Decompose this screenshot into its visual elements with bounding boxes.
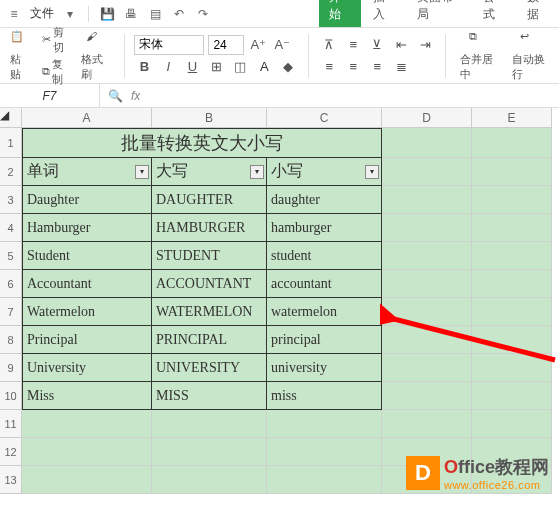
cell[interactable]	[382, 410, 472, 438]
cell[interactable]	[152, 438, 267, 466]
cell[interactable]: University	[22, 354, 152, 382]
cut-button[interactable]: ✂剪切	[40, 25, 71, 55]
cell[interactable]	[382, 298, 472, 326]
row-header[interactable]: 6	[0, 270, 22, 298]
cell[interactable]	[472, 354, 552, 382]
highlight-button[interactable]: ◆	[278, 57, 298, 77]
cell[interactable]: WATERMELON	[152, 298, 267, 326]
copy-button[interactable]: ⧉复制	[40, 57, 71, 87]
cell[interactable]	[472, 242, 552, 270]
cell[interactable]: Watermelon	[22, 298, 152, 326]
align-middle-button[interactable]: ≡	[343, 35, 363, 55]
tab-data[interactable]: 数据	[517, 0, 559, 27]
cell[interactable]	[152, 466, 267, 494]
decrease-font-button[interactable]: A⁻	[272, 35, 292, 55]
cell[interactable]	[472, 410, 552, 438]
row-header[interactable]: 11	[0, 410, 22, 438]
cell[interactable]	[382, 382, 472, 410]
row-header[interactable]: 5	[0, 242, 22, 270]
cell[interactable]	[267, 410, 382, 438]
underline-button[interactable]: U	[182, 57, 202, 77]
row-header[interactable]: 10	[0, 382, 22, 410]
cell[interactable]: PRINCIPAL	[152, 326, 267, 354]
cell[interactable]	[382, 242, 472, 270]
increase-font-button[interactable]: A⁺	[248, 35, 268, 55]
cell[interactable]: miss	[267, 382, 382, 410]
cell[interactable]	[382, 158, 472, 186]
cell[interactable]	[152, 410, 267, 438]
cell[interactable]	[22, 466, 152, 494]
col-header[interactable]: E	[472, 108, 552, 128]
col-header[interactable]: D	[382, 108, 472, 128]
align-bottom-button[interactable]: ⊻	[367, 35, 387, 55]
cell-title[interactable]: 批量转换英文大小写	[22, 128, 382, 158]
cell[interactable]: principal	[267, 326, 382, 354]
filter-dropdown-icon[interactable]: ▾	[250, 165, 264, 179]
paste-button[interactable]: 📋 粘贴	[6, 28, 34, 84]
name-box[interactable]: F7	[0, 84, 100, 107]
cell[interactable]	[472, 382, 552, 410]
cell[interactable]: Student	[22, 242, 152, 270]
row-header[interactable]: 8	[0, 326, 22, 354]
cell[interactable]: accountant	[267, 270, 382, 298]
cell[interactable]	[382, 214, 472, 242]
select-all-corner[interactable]: ◢	[0, 108, 22, 128]
align-right-button[interactable]: ≡	[367, 57, 387, 77]
font-name-select[interactable]	[134, 35, 204, 55]
tab-layout[interactable]: 页面布局	[407, 0, 471, 27]
cell[interactable]: HAMBURGER	[152, 214, 267, 242]
cell-header-b[interactable]: 大写▾	[152, 158, 267, 186]
merge-center-button[interactable]: ⧉ 合并居中	[456, 28, 501, 84]
row-header[interactable]: 4	[0, 214, 22, 242]
font-color-button[interactable]: A	[254, 57, 274, 77]
cell[interactable]	[22, 438, 152, 466]
formula-input[interactable]	[148, 88, 551, 103]
format-painter-button[interactable]: 🖌 格式刷	[77, 28, 113, 84]
cell-header-a[interactable]: 单词▾	[22, 158, 152, 186]
search-icon[interactable]: 🔍	[108, 89, 123, 103]
indent-right-button[interactable]: ⇥	[415, 35, 435, 55]
fill-color-button[interactable]: ◫	[230, 57, 250, 77]
fx-label[interactable]: fx	[131, 89, 140, 103]
filter-dropdown-icon[interactable]: ▾	[365, 165, 379, 179]
bold-button[interactable]: B	[134, 57, 154, 77]
cell[interactable]: ACCOUNTANT	[152, 270, 267, 298]
row-header[interactable]: 1	[0, 128, 22, 158]
cell[interactable]	[382, 128, 472, 158]
row-header[interactable]: 12	[0, 438, 22, 466]
italic-button[interactable]: I	[158, 57, 178, 77]
cell[interactable]: daughter	[267, 186, 382, 214]
col-header[interactable]: A	[22, 108, 152, 128]
cell[interactable]: hamburger	[267, 214, 382, 242]
border-button[interactable]: ⊞	[206, 57, 226, 77]
cell[interactable]: Hamburger	[22, 214, 152, 242]
print-icon[interactable]: 🖶	[123, 6, 139, 22]
cell[interactable]	[267, 438, 382, 466]
align-top-button[interactable]: ⊼	[319, 35, 339, 55]
cell[interactable]: Accountant	[22, 270, 152, 298]
align-justify-button[interactable]: ≣	[391, 57, 411, 77]
tab-start[interactable]: 开始	[319, 0, 361, 27]
cell[interactable]: Miss	[22, 382, 152, 410]
spreadsheet-grid[interactable]: ◢ A B C D E 1 批量转换英文大小写 2 单词▾ 大写▾ 小写▾ 3D…	[0, 108, 559, 494]
cell[interactable]: Daughter	[22, 186, 152, 214]
row-header[interactable]: 2	[0, 158, 22, 186]
col-header[interactable]: B	[152, 108, 267, 128]
chevron-down-icon[interactable]: ▾	[62, 6, 78, 22]
cell[interactable]	[382, 326, 472, 354]
align-left-button[interactable]: ≡	[319, 57, 339, 77]
cell[interactable]: watermelon	[267, 298, 382, 326]
cell[interactable]: MISS	[152, 382, 267, 410]
cell[interactable]	[472, 214, 552, 242]
cell[interactable]	[472, 158, 552, 186]
cell[interactable]	[382, 186, 472, 214]
row-header[interactable]: 13	[0, 466, 22, 494]
cell[interactable]	[472, 326, 552, 354]
save-icon[interactable]: 💾	[99, 6, 115, 22]
row-header[interactable]: 3	[0, 186, 22, 214]
wrap-text-button[interactable]: ↩ 自动换行	[508, 28, 553, 84]
cell[interactable]: DAUGHTER	[152, 186, 267, 214]
tab-insert[interactable]: 插入	[363, 0, 405, 27]
cell[interactable]: university	[267, 354, 382, 382]
cell[interactable]	[472, 270, 552, 298]
